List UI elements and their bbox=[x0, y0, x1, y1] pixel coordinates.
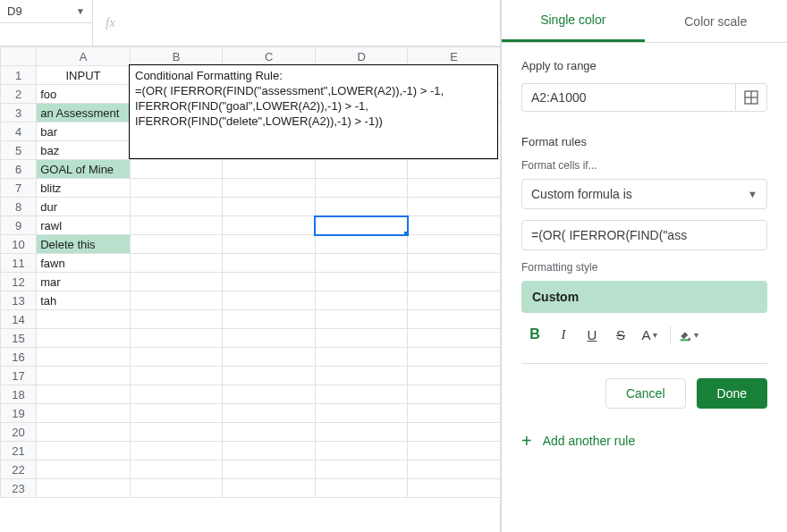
tab-color-scale[interactable]: Color scale bbox=[645, 0, 788, 42]
cell[interactable]: mar bbox=[37, 273, 131, 291]
cell[interactable] bbox=[130, 291, 223, 310]
row-header[interactable]: 21 bbox=[1, 442, 37, 460]
cell[interactable] bbox=[408, 442, 501, 460]
cell[interactable] bbox=[37, 442, 131, 460]
cell[interactable] bbox=[223, 442, 316, 460]
cell[interactable] bbox=[315, 235, 408, 254]
text-color-button[interactable]: A▾ bbox=[636, 322, 663, 347]
row-header[interactable]: 2 bbox=[1, 85, 37, 104]
col-header-A[interactable]: A bbox=[37, 47, 131, 66]
cell[interactable] bbox=[130, 216, 223, 235]
formula-bar[interactable]: fx bbox=[93, 0, 500, 46]
cell[interactable] bbox=[315, 329, 408, 348]
row-header[interactable]: 19 bbox=[1, 404, 37, 423]
cell[interactable] bbox=[130, 235, 223, 254]
cell[interactable]: blitz bbox=[37, 179, 131, 198]
cell[interactable] bbox=[130, 385, 223, 404]
selected-cell[interactable] bbox=[315, 216, 408, 235]
cell[interactable] bbox=[408, 273, 501, 291]
cell[interactable] bbox=[408, 291, 501, 310]
fill-color-button[interactable]: ▾ bbox=[674, 322, 701, 347]
cell[interactable] bbox=[408, 329, 501, 348]
row-header[interactable]: 23 bbox=[1, 479, 37, 498]
cell[interactable] bbox=[130, 310, 223, 329]
cell[interactable] bbox=[130, 404, 223, 423]
row-header[interactable]: 3 bbox=[1, 104, 37, 122]
cell[interactable] bbox=[130, 254, 223, 273]
row-header[interactable]: 10 bbox=[1, 235, 37, 254]
cell[interactable] bbox=[223, 460, 316, 479]
cell[interactable] bbox=[315, 348, 408, 367]
cell[interactable] bbox=[315, 385, 408, 404]
underline-button[interactable]: U bbox=[579, 322, 605, 347]
cancel-button[interactable]: Cancel bbox=[605, 378, 686, 409]
cell[interactable] bbox=[408, 198, 501, 216]
cell[interactable] bbox=[130, 367, 223, 385]
cell[interactable] bbox=[315, 160, 408, 179]
cell[interactable]: bar bbox=[37, 122, 131, 141]
cell[interactable] bbox=[223, 367, 316, 385]
cell[interactable] bbox=[223, 235, 316, 254]
cell[interactable] bbox=[37, 329, 131, 348]
row-header[interactable]: 1 bbox=[1, 66, 37, 85]
row-header[interactable]: 14 bbox=[1, 310, 37, 329]
cell[interactable] bbox=[223, 160, 316, 179]
cell[interactable] bbox=[315, 254, 408, 273]
cell[interactable] bbox=[315, 404, 408, 423]
cell[interactable] bbox=[408, 404, 501, 423]
cell[interactable] bbox=[408, 160, 501, 179]
cell[interactable] bbox=[223, 348, 316, 367]
cell[interactable]: GOAL of Mine bbox=[37, 160, 131, 179]
row-header[interactable]: 8 bbox=[1, 198, 37, 216]
cell[interactable] bbox=[223, 179, 316, 198]
cell[interactable] bbox=[408, 460, 501, 479]
col-header-D[interactable]: D bbox=[315, 47, 408, 66]
cell[interactable]: INPUT bbox=[37, 66, 131, 85]
style-preview[interactable]: Custom bbox=[521, 281, 767, 313]
cell[interactable] bbox=[223, 479, 316, 498]
row-header[interactable]: 17 bbox=[1, 367, 37, 385]
cell[interactable] bbox=[37, 479, 131, 498]
cell[interactable] bbox=[223, 198, 316, 216]
cell[interactable] bbox=[130, 329, 223, 348]
cell[interactable]: foo bbox=[37, 85, 131, 104]
cell[interactable] bbox=[223, 404, 316, 423]
name-box[interactable]: D9 ▼ bbox=[0, 0, 93, 23]
cell[interactable] bbox=[223, 216, 316, 235]
cell[interactable]: Delete this bbox=[37, 235, 131, 254]
cell[interactable] bbox=[130, 423, 223, 442]
select-range-button[interactable] bbox=[735, 83, 767, 112]
cell[interactable] bbox=[37, 348, 131, 367]
row-header[interactable]: 13 bbox=[1, 291, 37, 310]
select-all-corner[interactable] bbox=[1, 47, 37, 66]
condition-select[interactable]: Custom formula is ▼ bbox=[521, 179, 767, 209]
cell[interactable] bbox=[223, 310, 316, 329]
cell[interactable]: fawn bbox=[37, 254, 131, 273]
row-header[interactable]: 11 bbox=[1, 254, 37, 273]
bold-button[interactable]: B bbox=[521, 322, 548, 347]
row-header[interactable]: 6 bbox=[1, 160, 37, 179]
cell[interactable] bbox=[315, 460, 408, 479]
cell[interactable] bbox=[408, 235, 501, 254]
row-header[interactable]: 4 bbox=[1, 122, 37, 141]
row-header[interactable]: 16 bbox=[1, 348, 37, 367]
row-header[interactable]: 12 bbox=[1, 273, 37, 291]
done-button[interactable]: Done bbox=[697, 378, 767, 409]
row-header[interactable]: 5 bbox=[1, 141, 37, 160]
cell[interactable] bbox=[408, 423, 501, 442]
cell[interactable] bbox=[315, 273, 408, 291]
cell[interactable]: dur bbox=[37, 198, 131, 216]
cell[interactable] bbox=[37, 385, 131, 404]
cell[interactable] bbox=[315, 442, 408, 460]
formula-input[interactable]: =(OR( IFERROR(FIND("ass bbox=[521, 220, 767, 250]
cell[interactable] bbox=[223, 273, 316, 291]
cell[interactable] bbox=[223, 329, 316, 348]
cell[interactable] bbox=[315, 479, 408, 498]
cell[interactable] bbox=[315, 179, 408, 198]
cell[interactable] bbox=[37, 310, 131, 329]
cell[interactable] bbox=[408, 479, 501, 498]
cell[interactable] bbox=[130, 160, 223, 179]
cell[interactable] bbox=[130, 273, 223, 291]
cell[interactable] bbox=[37, 423, 131, 442]
row-header[interactable]: 22 bbox=[1, 460, 37, 479]
